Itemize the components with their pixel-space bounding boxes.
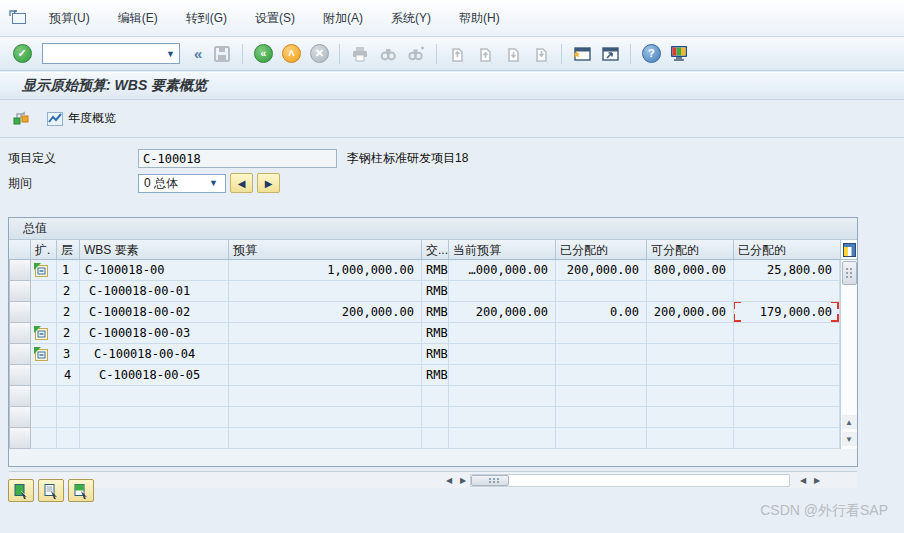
menu-goto[interactable]: 转到(G) [177, 7, 236, 30]
scroll-right-button[interactable]: ▶ [810, 474, 824, 487]
selection-corner-icon [734, 302, 741, 309]
cell-budget[interactable] [229, 365, 422, 386]
cell-wbs[interactable]: C-100018-00-05 [80, 365, 229, 386]
col-header-assignable[interactable]: 可分配的 [647, 240, 734, 260]
save-button[interactable] [210, 42, 234, 66]
cell-wbs[interactable]: C-100018-00 [80, 260, 229, 281]
table-config-button[interactable] [840, 240, 857, 260]
cell-budget[interactable] [229, 323, 422, 344]
command-field[interactable]: ▼ [42, 43, 180, 64]
collapse-node-icon[interactable] [33, 346, 50, 363]
row-selector[interactable] [9, 365, 31, 386]
table-header-row: 扩. 层 WBS 要素 预算 交... 当前预算 已分配的 可分配的 已分配的 [9, 240, 857, 260]
cell-empty [31, 386, 57, 407]
col-header-selector[interactable] [9, 240, 31, 260]
select-block-button[interactable] [68, 479, 94, 502]
col-header-level[interactable]: 层 [57, 240, 80, 260]
cell-assigned: 0.00 [556, 302, 647, 323]
next-period-button[interactable]: ▶ [257, 173, 280, 193]
menu-help[interactable]: 帮助(H) [450, 7, 509, 30]
new-session-button[interactable] [570, 42, 594, 66]
watermark: CSDN @外行看SAP [760, 502, 888, 520]
cell-empty [449, 407, 556, 428]
cell-current-budget: …000,000.00 [449, 260, 556, 281]
cell-wbs[interactable]: C-100018-00-01 [80, 281, 229, 302]
cell-assignable: 800,000.00 [647, 260, 734, 281]
row-selector[interactable] [9, 323, 31, 344]
deselect-all-icon [43, 483, 59, 499]
col-header-distributed[interactable]: 已分配的 [734, 240, 840, 260]
menu-budget[interactable]: 预算(U) [40, 7, 99, 30]
last-page-icon [533, 45, 550, 63]
deselect-all-button[interactable] [38, 479, 64, 502]
cell-level: 4 [57, 365, 80, 386]
scroll-right-button[interactable]: ▶ [456, 474, 470, 487]
help-button[interactable]: ? [639, 42, 663, 66]
col-header-wbs[interactable]: WBS 要素 [80, 240, 229, 260]
previous-period-button[interactable]: ◀ [230, 173, 253, 193]
row-selector[interactable] [9, 407, 31, 428]
cell-currency: RMB [422, 260, 449, 281]
last-page-button[interactable] [529, 42, 553, 66]
exit-button[interactable]: ˄ [279, 42, 303, 66]
cancel-button[interactable]: ✕ [307, 42, 331, 66]
back-button[interactable]: « [251, 42, 275, 66]
dropdown-icon[interactable]: ▼ [162, 49, 179, 59]
row-selector[interactable] [9, 428, 31, 449]
annual-overview-button[interactable]: 年度概览 [46, 110, 116, 127]
cell-budget[interactable]: 200,000.00 [229, 302, 422, 323]
hierarchy-button[interactable] [12, 110, 30, 127]
scroll-down-button[interactable]: ▼ [842, 432, 857, 446]
standard-toolbar: ✓ ▼ « « ˄ ✕ [0, 37, 904, 71]
col-header-currency[interactable]: 交... [422, 240, 449, 260]
select-all-button[interactable] [8, 479, 34, 502]
create-shortcut-button[interactable] [598, 42, 622, 66]
command-input[interactable] [43, 45, 162, 62]
cell-budget[interactable] [229, 281, 422, 302]
col-header-budget[interactable]: 预算 [229, 240, 422, 260]
page-up-button[interactable] [473, 42, 497, 66]
customize-layout-button[interactable] [667, 42, 691, 66]
collapse-node-icon[interactable] [33, 325, 50, 342]
period-select[interactable]: 0 总体 ▼ [138, 174, 226, 193]
find-button[interactable] [376, 42, 400, 66]
scroll-up-button[interactable]: ▲ [842, 415, 857, 429]
menu-edit[interactable]: 编辑(E) [109, 7, 167, 30]
print-button[interactable] [348, 42, 372, 66]
hscroll-thumb[interactable] [471, 475, 509, 486]
vertical-scrollbar[interactable]: ▲ ▼ [840, 260, 857, 449]
row-selector[interactable] [9, 302, 31, 323]
scroll-left-button[interactable]: ◀ [442, 474, 456, 487]
row-selector[interactable] [9, 281, 31, 302]
col-header-assigned[interactable]: 已分配的 [556, 240, 647, 260]
project-definition-input[interactable] [138, 149, 337, 168]
first-page-button[interactable] [445, 42, 469, 66]
cell-budget[interactable]: 1,000,000.00 [229, 260, 422, 281]
enter-button[interactable]: ✓ [10, 42, 34, 66]
vscroll-thumb[interactable] [842, 261, 857, 285]
menu-system[interactable]: 系统(Y) [382, 7, 440, 30]
cell-empty [31, 428, 57, 449]
cell-distributed-selected[interactable]: 179,000.00 [734, 302, 840, 323]
find-next-button[interactable] [404, 42, 428, 66]
col-header-current-budget[interactable]: 当前预算 [449, 240, 556, 260]
back-icon: « [254, 44, 273, 63]
menu-settings[interactable]: 设置(S) [246, 7, 304, 30]
col-header-expand[interactable]: 扩. [31, 240, 57, 260]
scroll-left-button[interactable]: ◀ [796, 474, 810, 487]
collapse-node-icon[interactable] [33, 262, 50, 279]
cell-wbs[interactable]: C-100018-00-03 [80, 323, 229, 344]
page-down-button[interactable] [501, 42, 525, 66]
row-selector[interactable] [9, 260, 31, 281]
row-selector[interactable] [9, 386, 31, 407]
cell-wbs[interactable]: C-100018-00-04 [80, 344, 229, 365]
collapse-toolbar-icon[interactable]: « [194, 45, 202, 62]
toolbar-separator [630, 44, 631, 64]
cell-current-budget [449, 323, 556, 344]
row-selector[interactable] [9, 344, 31, 365]
menu-extras[interactable]: 附加(A) [314, 7, 372, 30]
system-menu-icon[interactable] [8, 10, 28, 26]
cell-budget[interactable] [229, 344, 422, 365]
hscroll-track[interactable] [470, 474, 790, 487]
cell-wbs[interactable]: C-100018-00-02 [80, 302, 229, 323]
